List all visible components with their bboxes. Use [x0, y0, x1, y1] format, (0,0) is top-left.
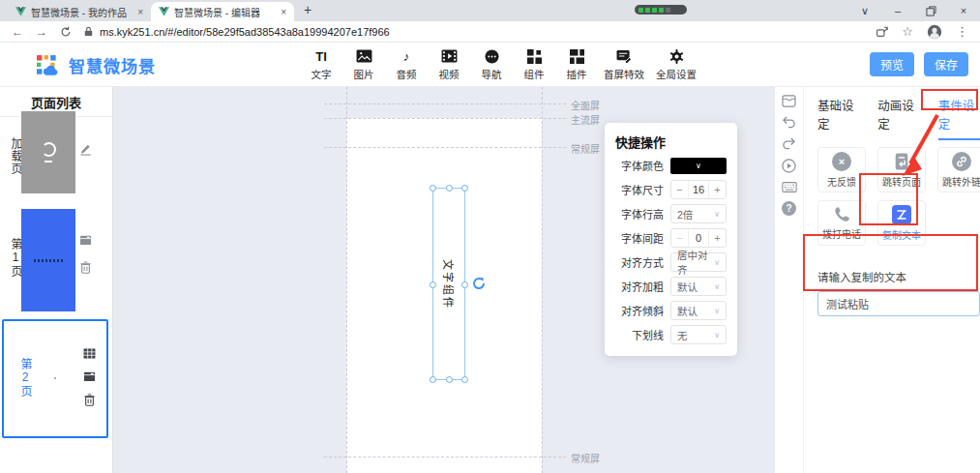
delete-page-icon[interactable]	[84, 394, 95, 406]
tab-title: 智慧微场景 - 我的作品	[31, 5, 133, 19]
align-mode-select[interactable]: 居中对齐 ∨	[670, 252, 727, 272]
font-size-value: 16	[688, 181, 709, 198]
jump-page-icon	[893, 152, 910, 171]
tab-animation-settings[interactable]: 动画设定	[877, 96, 919, 140]
text-component[interactable]: 文字组件	[432, 188, 465, 380]
font-color-picker[interactable]: ∨	[670, 158, 727, 174]
grid-layout-icon[interactable]	[83, 348, 96, 359]
page-label-2[interactable]: 第2页	[17, 358, 34, 398]
tab-basic-settings[interactable]: 基础设定	[817, 96, 859, 140]
align-mode-value: 居中对齐	[677, 248, 714, 277]
reload-icon[interactable]	[60, 26, 72, 38]
event-jump-link[interactable]: 跳转外链	[937, 147, 980, 192]
resize-handle-n[interactable]	[446, 185, 453, 192]
event-no-feedback[interactable]: × 无反馈	[817, 147, 866, 192]
tool-components[interactable]: 组件	[513, 48, 555, 81]
event-phone-call[interactable]: 拨打电话	[817, 200, 866, 246]
event-type-cards: × 无反馈 跳转页面 跳转外链 拨打电话 复制文本	[817, 147, 980, 246]
event-jump-page[interactable]: 跳转页面	[877, 147, 926, 192]
line-height-select[interactable]: 2倍 ∨	[670, 204, 727, 223]
address-field[interactable]: ms.kyk251.cn/#/editor/58e29f5ad38543a8a1…	[84, 26, 863, 38]
resize-handle-sw[interactable]	[430, 376, 436, 383]
preview-button[interactable]: 预览	[870, 52, 914, 76]
tool-video[interactable]: 视频	[428, 48, 470, 81]
tool-global-settings[interactable]: 全局设置	[650, 48, 702, 81]
play-preview-icon[interactable]	[782, 159, 796, 173]
guide-label-full-screen: 全面屏	[571, 98, 600, 112]
plus-button[interactable]: +	[709, 229, 726, 247]
save-button[interactable]: 保存	[924, 52, 968, 76]
font-size-label: 字体尺寸	[615, 182, 664, 197]
copy-text-input[interactable]	[817, 291, 980, 316]
tool-plugins[interactable]: 插件	[555, 48, 598, 81]
plus-button[interactable]: +	[709, 181, 726, 198]
guide-line-right	[542, 87, 543, 473]
tool-text[interactable]: TI 文字	[300, 48, 342, 81]
vue-favicon	[15, 7, 26, 16]
tool-audio[interactable]: ♪ 音频	[385, 48, 428, 81]
share-icon[interactable]	[876, 25, 888, 38]
tool-image[interactable]: 图片	[342, 48, 385, 81]
window-controls: ∨ – ×	[848, 0, 980, 21]
redo-icon[interactable]	[782, 137, 796, 150]
resize-handle-ne[interactable]	[461, 185, 468, 192]
guide-label-regular-screen: 常规屏	[571, 141, 600, 156]
back-icon[interactable]: ←	[12, 25, 23, 39]
minus-button[interactable]: −	[671, 181, 688, 198]
editor-canvas[interactable]: 全面屏 主流屏 常规屏 常规屏 文字组件 快捷操作 字体颜色 ∨	[113, 87, 774, 473]
page-actions-1	[79, 234, 92, 274]
page-thumbnail-loading[interactable]	[21, 111, 75, 193]
resize-handle-se[interactable]	[461, 376, 468, 383]
browser-tab-editor[interactable]: 智慧微场景 - 编辑器 ×	[151, 2, 294, 21]
clipboard-box-icon[interactable]	[782, 95, 796, 107]
undo-icon[interactable]	[782, 116, 796, 129]
bookmark-star-icon[interactable]: ☆	[902, 24, 913, 39]
font-color-label: 字体颜色	[615, 158, 664, 173]
external-link-icon	[952, 152, 971, 171]
delete-page-icon[interactable]	[80, 261, 91, 274]
tab-close-icon[interactable]: ×	[137, 7, 143, 17]
logo-icon	[37, 55, 60, 76]
minus-button[interactable]: −	[671, 229, 688, 247]
copy-page-icon[interactable]	[83, 370, 96, 382]
url-text: ms.kyk251.cn/#/editor/58e29f5ad38543a8a1…	[100, 26, 390, 38]
page-thumbnail-1[interactable]	[21, 209, 75, 311]
tab-event-settings[interactable]: 事件设定	[938, 96, 980, 140]
side-tool-strip: ?	[775, 87, 804, 473]
page-item-2-selected[interactable]: 第2页	[2, 319, 108, 438]
browser-url-bar: ← → ms.kyk251.cn/#/editor/58e29f5ad38543…	[0, 21, 980, 43]
font-size-stepper: − 16 +	[670, 180, 727, 199]
browser-tab-strip: 智慧微场景 - 我的作品 × 智慧微场景 - 编辑器 × + ∨ – ×	[0, 0, 980, 21]
minimize-button[interactable]: –	[881, 5, 914, 16]
resize-handle-e[interactable]	[461, 281, 468, 288]
bold-select[interactable]: 默认 ∨	[670, 277, 727, 296]
browser-menu-icon[interactable]: ⋮	[956, 24, 968, 39]
help-icon[interactable]: ?	[782, 201, 796, 216]
tool-navigation[interactable]: 导航	[470, 48, 513, 81]
event-copy-text[interactable]: 复制文本	[877, 200, 926, 246]
avatar[interactable]	[927, 24, 942, 40]
keyboard-icon[interactable]	[782, 182, 797, 192]
resize-handle-s[interactable]	[446, 376, 453, 383]
forward-icon[interactable]: →	[36, 25, 47, 39]
app-logo[interactable]: 智慧微场景	[37, 53, 156, 77]
close-window-button[interactable]: ×	[947, 5, 980, 16]
copy-page-icon[interactable]	[79, 234, 92, 246]
underline-select[interactable]: 无 ∨	[670, 325, 727, 344]
resize-handle-w[interactable]	[430, 281, 436, 288]
maximize-button[interactable]	[914, 6, 947, 16]
letter-spacing-stepper: − 0 +	[670, 228, 727, 248]
text-component-content: 文字组件	[441, 259, 457, 310]
tool-splash-effects[interactable]: 首屏特效	[598, 48, 650, 81]
italic-select[interactable]: 默认 ∨	[670, 301, 727, 320]
new-tab-button[interactable]: +	[304, 0, 312, 21]
tab-search-icon[interactable]: ∨	[848, 5, 881, 17]
lock-icon	[84, 26, 93, 37]
tab-close-icon[interactable]: ×	[281, 7, 286, 17]
browser-tab-my-works[interactable]: 智慧微场景 - 我的作品 ×	[8, 2, 151, 21]
edit-icon[interactable]	[79, 143, 92, 156]
italic-value: 默认	[677, 304, 698, 318]
settings-tabs: 基础设定 动画设定 事件设定	[817, 87, 980, 140]
resize-handle-nw[interactable]	[430, 185, 436, 192]
rotate-handle-icon[interactable]	[472, 277, 486, 290]
